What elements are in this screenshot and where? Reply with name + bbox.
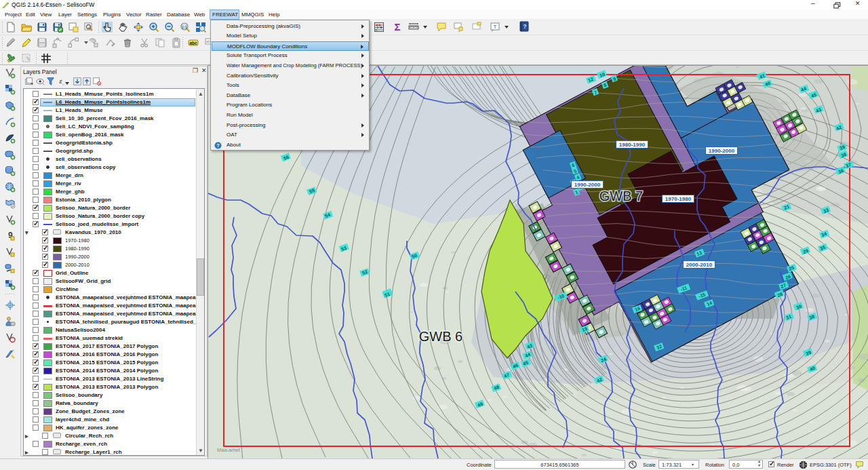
svg-text:1:1: 1:1	[182, 25, 188, 29]
svg-text:T: T	[494, 24, 497, 30]
svg-text:1990-2000: 1990-2000	[709, 148, 735, 154]
svg-text:?: ?	[216, 142, 220, 149]
svg-text:GWB 7: GWB 7	[599, 189, 643, 203]
svg-text:,,: ,,	[62, 81, 64, 85]
svg-text:GWB 6: GWB 6	[419, 329, 462, 344]
svg-text:?: ?	[523, 23, 527, 30]
svg-text:1980-1990: 1980-1990	[619, 142, 646, 148]
svg-text:Σ: Σ	[394, 22, 400, 33]
svg-text:Maa-amet: Maa-amet	[217, 447, 241, 453]
svg-text:abc: abc	[189, 41, 197, 45]
svg-text:1990-2000: 1990-2000	[574, 182, 601, 188]
svg-text:1970-1980: 1970-1980	[665, 196, 692, 202]
svg-text:2000-2010: 2000-2010	[686, 262, 713, 268]
